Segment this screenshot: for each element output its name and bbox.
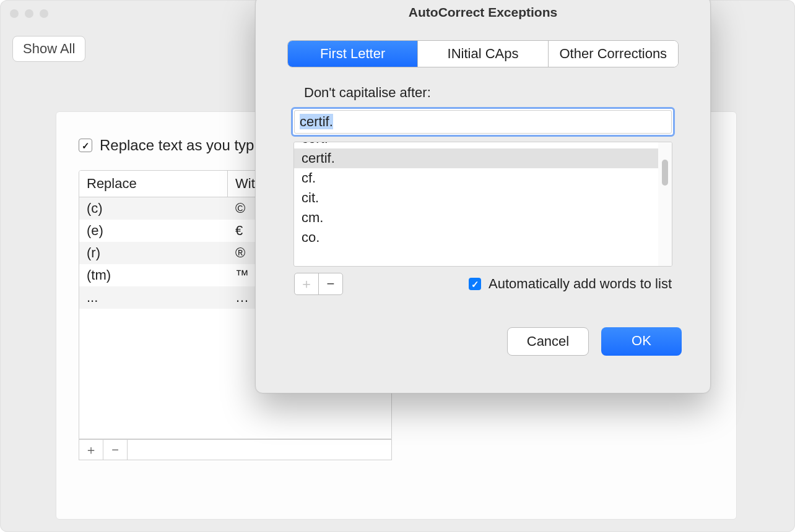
- list-item[interactable]: cit.: [294, 188, 658, 208]
- exceptions-list[interactable]: cert. certif. cf. cit. cm. co.: [293, 142, 672, 267]
- auto-add-label: Automatically add words to list: [489, 276, 672, 292]
- list-item[interactable]: certif.: [294, 148, 658, 168]
- dialog-title: AutoCorrect Exceptions: [256, 0, 710, 28]
- list-item[interactable]: cert.: [294, 142, 658, 148]
- tab-other-corrections[interactable]: Other Corrections: [549, 41, 678, 67]
- show-all-button[interactable]: Show All: [12, 36, 85, 62]
- list-item[interactable]: cm.: [294, 208, 658, 228]
- replace-as-you-type-checkbox[interactable]: [79, 139, 92, 152]
- exception-input-focus-ring: certif.: [291, 107, 675, 137]
- auto-add-checkbox[interactable]: [469, 278, 481, 290]
- list-scrollbar[interactable]: [658, 142, 672, 266]
- exception-pm-group: ＋ −: [294, 273, 343, 295]
- dont-capitalise-label: Don't capitalise after:: [304, 85, 710, 101]
- minus-icon: −: [327, 276, 335, 292]
- add-exception-button[interactable]: ＋: [295, 273, 318, 294]
- col-header-replace[interactable]: Replace: [79, 171, 228, 197]
- zoom-icon[interactable]: [40, 9, 48, 18]
- autocorrect-exceptions-dialog: AutoCorrect Exceptions First Letter INit…: [255, 0, 711, 393]
- cancel-button[interactable]: Cancel: [507, 327, 589, 356]
- ok-button[interactable]: OK: [601, 327, 682, 356]
- plus-icon: ＋: [85, 442, 97, 458]
- dialog-buttons: Cancel OK: [256, 327, 710, 356]
- list-item[interactable]: co.: [294, 228, 658, 247]
- auto-add-row[interactable]: Automatically add words to list: [469, 276, 672, 292]
- exceptions-tabs: First Letter INitial CAps Other Correcti…: [287, 40, 679, 67]
- plus-icon: ＋: [300, 275, 313, 293]
- replacements-footer: ＋ −: [79, 439, 392, 460]
- minus-icon: −: [111, 443, 119, 457]
- replace-as-you-type-label: Replace text as you typ: [100, 137, 254, 154]
- minimize-icon[interactable]: [25, 9, 33, 18]
- remove-replacement-button[interactable]: −: [103, 440, 128, 460]
- close-icon[interactable]: [10, 9, 19, 18]
- add-replacement-button[interactable]: ＋: [79, 440, 103, 460]
- remove-exception-button[interactable]: −: [318, 273, 342, 294]
- tab-initial-caps[interactable]: INitial CAps: [418, 41, 548, 67]
- list-item[interactable]: cf.: [294, 168, 658, 188]
- scrollbar-thumb[interactable]: [662, 160, 668, 186]
- tab-first-letter[interactable]: First Letter: [288, 41, 418, 67]
- exception-input[interactable]: certif.: [294, 110, 672, 134]
